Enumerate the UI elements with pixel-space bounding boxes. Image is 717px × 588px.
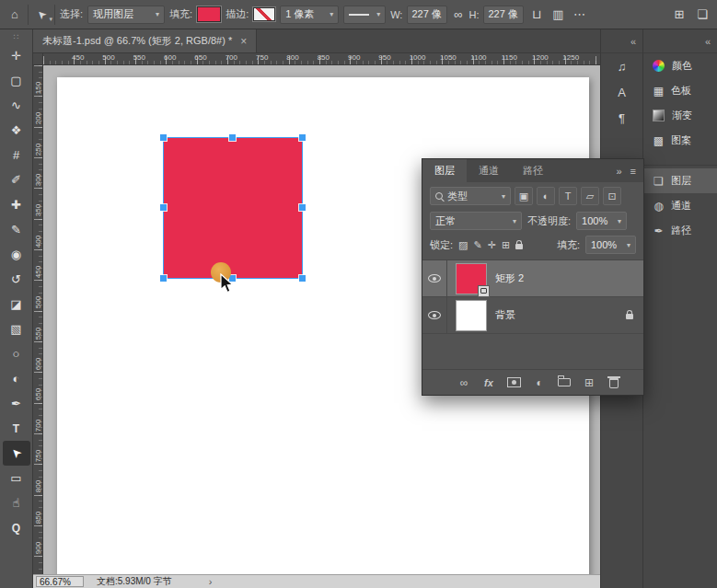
filter-smart-objects-icon[interactable]: ⊡ [603, 187, 621, 205]
transform-handle[interactable] [229, 134, 236, 141]
height-input[interactable] [483, 6, 524, 24]
chevron-down-icon: ▾ [627, 241, 630, 249]
opacity-dropdown[interactable]: 100%▾ [576, 212, 627, 230]
healing-brush-tool[interactable]: ✚ [3, 192, 30, 217]
visibility-toggle[interactable] [422, 260, 447, 296]
fill-color-swatch[interactable] [197, 6, 221, 22]
width-input[interactable] [407, 6, 447, 24]
properties-panel-icon[interactable]: ♫ [601, 53, 642, 79]
expand-dock-icon[interactable]: « [601, 29, 642, 53]
paragraph-panel-icon[interactable]: ¶ [601, 105, 642, 131]
transform-handle[interactable] [160, 204, 167, 211]
transform-handle[interactable] [160, 134, 167, 141]
layer-row-background[interactable]: 背景 [422, 297, 643, 334]
add-layer-mask-icon[interactable] [507, 377, 521, 387]
lasso-tool[interactable]: ∿ [3, 93, 30, 118]
tab-layers[interactable]: 图层 [422, 159, 467, 182]
workspace-switcher-icon[interactable]: ❏ [694, 5, 711, 25]
layer-effects-icon[interactable]: fx [482, 377, 495, 388]
layer-thumbnail[interactable] [456, 300, 487, 331]
stroke-color-swatch[interactable] [253, 7, 275, 21]
transform-handle[interactable] [299, 134, 306, 141]
panel-menu-icon[interactable]: ≡ [630, 166, 636, 177]
link-layers-icon[interactable]: ∞ [457, 376, 470, 389]
quick-selection-tool[interactable]: ❖ [3, 118, 30, 143]
lock-pixels-icon[interactable]: ✎ [473, 239, 481, 251]
blend-mode-dropdown[interactable]: 正常▾ [430, 212, 522, 230]
collapse-panel-icon[interactable]: » [616, 166, 621, 177]
layers-panel-button[interactable]: ❏图层 [643, 168, 717, 193]
lock-transparent-icon[interactable]: ▨ [458, 239, 468, 251]
transform-handle[interactable] [299, 275, 306, 282]
photoshop-app: ⌂ ➤▾ 选择: 现用图层▾ 填充: 描边: 1 像素▾ ▾ W: ∞ H: ⊔… [0, 0, 717, 588]
blur-tool[interactable]: ○ [3, 341, 30, 366]
arrange-icon[interactable]: ▥ [549, 5, 566, 25]
zoom-tool[interactable]: Q [3, 515, 30, 540]
crop-tool[interactable]: # [3, 143, 30, 167]
visibility-toggle[interactable] [422, 297, 447, 333]
layer-name[interactable]: 矩形 2 [495, 271, 643, 285]
transform-handle[interactable] [160, 275, 167, 282]
swatches-panel-button[interactable]: ▦色板 [643, 78, 717, 103]
lock-position-icon[interactable]: ✛ [488, 239, 496, 251]
delete-layer-icon[interactable] [607, 376, 620, 388]
new-layer-icon[interactable]: ⊞ [583, 376, 596, 389]
marquee-tool[interactable]: ▢ [3, 68, 30, 93]
document-tab[interactable]: 未标题-1.psd @ 66.7% (矩形 2, RGB/8#) * × [33, 29, 257, 52]
filter-adjustment-layers-icon[interactable]: ◐ [537, 187, 555, 205]
lock-all-icon[interactable] [515, 244, 523, 249]
close-icon[interactable]: × [240, 35, 247, 48]
layer-row-rectangle-2[interactable]: 矩形 2 [422, 260, 643, 297]
brush-tool[interactable]: ✎ [3, 217, 30, 242]
adjustment-layer-icon[interactable]: ◐ [533, 376, 546, 389]
select-mode-dropdown[interactable]: 现用图层▾ [87, 6, 165, 24]
link-dimensions-icon[interactable]: ∞ [452, 5, 464, 25]
filter-shape-layers-icon[interactable]: ▱ [581, 187, 599, 205]
new-group-icon[interactable] [558, 378, 571, 386]
color-panel-button[interactable]: 颜色 [643, 53, 717, 78]
layer-thumbnail[interactable] [456, 263, 487, 294]
dodge-tool[interactable]: ◐ [3, 366, 30, 391]
stroke-width-dropdown[interactable]: 1 像素▾ [280, 6, 339, 24]
home-icon[interactable]: ⌂ [6, 5, 23, 25]
patterns-panel-button[interactable]: ▩图案 [643, 128, 717, 153]
ruler-origin-corner[interactable] [33, 53, 43, 65]
pen-tool[interactable]: ✒ [3, 391, 30, 416]
current-tool-icon[interactable]: ➤▾ [33, 5, 50, 25]
eraser-tool[interactable]: ◪ [3, 292, 30, 317]
hand-tool[interactable]: ☝ [3, 490, 30, 515]
align-icon[interactable]: ⊔ [528, 5, 545, 25]
arrange-documents-icon[interactable]: ⊞ [671, 5, 688, 25]
transform-handle[interactable] [299, 204, 306, 211]
tab-channels[interactable]: 通道 [467, 159, 511, 182]
ruler-label: 800 [34, 477, 42, 497]
tab-paths[interactable]: 路径 [511, 159, 555, 182]
lock-artboard-icon[interactable]: ⊞ [502, 239, 510, 251]
rectangle-tool[interactable]: ▭ [3, 466, 30, 490]
filter-type-layers-icon[interactable]: T [559, 187, 577, 205]
eyedropper-tool[interactable]: ✐ [3, 167, 30, 192]
channels-panel-button[interactable]: ◍通道 [643, 193, 717, 218]
path-selection-tool[interactable]: ➤ [3, 441, 30, 466]
layer-name[interactable]: 背景 [495, 308, 626, 322]
gradients-panel-button[interactable]: 渐变 [643, 103, 717, 128]
paths-panel-button[interactable]: ✒路径 [643, 218, 717, 243]
history-brush-tool[interactable]: ↺ [3, 267, 30, 292]
layers-icon: ❏ [652, 175, 665, 188]
layer-filter-dropdown[interactable]: 类型 ▾ [430, 187, 511, 205]
fill-opacity-dropdown[interactable]: 100%▾ [585, 236, 636, 254]
clone-stamp-tool[interactable]: ◉ [3, 242, 30, 267]
move-tool[interactable]: ✛ [3, 43, 30, 68]
expand-dock-icon[interactable]: « [643, 29, 717, 53]
rectangle-shape[interactable] [164, 138, 302, 278]
panel-glyph: A [618, 86, 626, 99]
status-chevron-icon[interactable]: › [209, 576, 213, 587]
gradient-tool[interactable]: ▧ [3, 317, 30, 341]
more-options-icon[interactable]: ⋯ [571, 5, 587, 25]
toolbox-grip[interactable]: ∷ [14, 32, 19, 43]
stroke-type-dropdown[interactable]: ▾ [343, 6, 386, 24]
character-panel-icon[interactable]: A [601, 79, 642, 105]
type-tool[interactable]: T [3, 416, 30, 441]
filter-pixel-layers-icon[interactable]: ▣ [515, 187, 533, 205]
zoom-level-input[interactable] [36, 576, 84, 587]
